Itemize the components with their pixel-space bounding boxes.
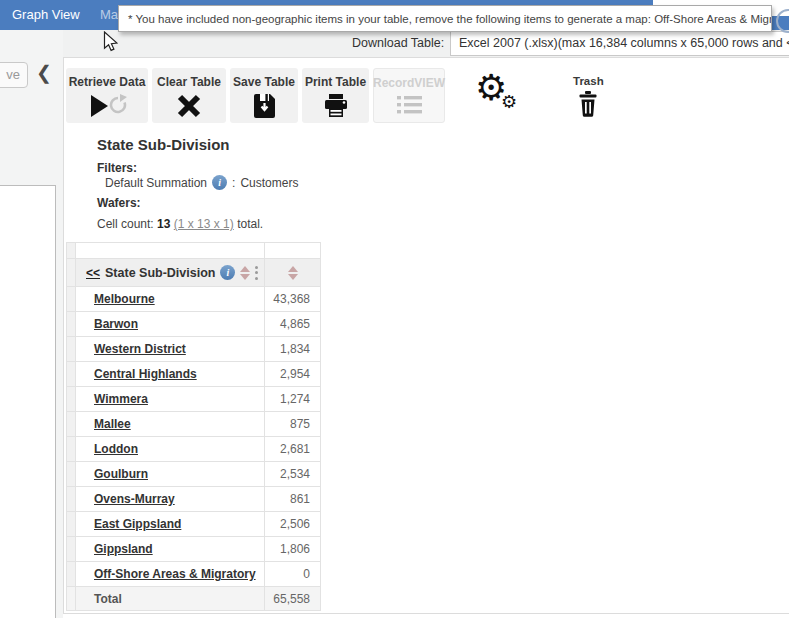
trash-label: Trash [573, 75, 604, 87]
cell-count-value: 13 [157, 217, 170, 231]
table-row: Mallee 875 [67, 412, 321, 437]
row-label-link[interactable]: Barwon [94, 317, 138, 331]
trash-icon [577, 91, 599, 117]
filters-heading: Filters: [97, 161, 137, 175]
row-label-link[interactable]: Off-Shore Areas & Migratory [94, 567, 256, 581]
drag-handle-icon[interactable] [255, 266, 258, 280]
tab-graph-view[interactable]: Graph View [12, 0, 80, 30]
table-row: Goulburn 2,534 [67, 462, 321, 487]
download-table-label: Download Table: [352, 36, 444, 50]
info-icon[interactable]: i [212, 175, 227, 190]
table-spacer-row [67, 243, 321, 259]
cell-count-line: Cell count: 13 (1 x 13 x 1) total. [97, 217, 263, 231]
table-row: Gippsland 1,806 [67, 537, 321, 562]
row-value: 4,865 [265, 312, 321, 337]
print-table-button[interactable]: Print Table [302, 68, 369, 123]
row-value: 875 [265, 412, 321, 437]
clear-table-label: Clear Table [147, 75, 231, 89]
save-table-label: Save Table [223, 75, 305, 89]
row-label-link[interactable]: Mallee [94, 417, 131, 431]
clear-x-icon [176, 93, 202, 119]
table-row: Wimmera 1,274 [67, 387, 321, 412]
row-label-link[interactable]: Melbourne [94, 292, 155, 306]
row-gutter [67, 259, 76, 287]
row-label-link[interactable]: Goulburn [94, 467, 148, 481]
row-label-link[interactable]: East Gippsland [94, 517, 181, 531]
table-row: East Gippsland 2,506 [67, 512, 321, 537]
cell-count-label: Cell count: [97, 217, 154, 231]
sidebar-list-panel [0, 185, 56, 618]
filter-row: Default Summation i : Customers [105, 175, 298, 190]
collapse-hierarchy-link[interactable]: << [86, 266, 100, 280]
sidebar-partial-tab[interactable]: ve [0, 62, 28, 88]
table-row: Western District 1,834 [67, 337, 321, 362]
table-row: Central Highlands 2,954 [67, 362, 321, 387]
sort-icon[interactable] [240, 266, 250, 280]
download-format-select[interactable]: Excel 2007 (.xlsx)(max 16,384 columns x … [450, 31, 789, 56]
retrieve-data-label: Retrieve Data [59, 75, 156, 89]
row-label-link[interactable]: Western District [94, 342, 186, 356]
printer-icon [323, 93, 349, 119]
retrieve-data-button[interactable]: Retrieve Data [66, 68, 148, 123]
gear-small-icon: ⚙ [501, 91, 517, 112]
map-warning-tooltip: * You have included non-geographic items… [118, 5, 772, 32]
table-row: Ovens-Murray 861 [67, 487, 321, 512]
save-table-button[interactable]: Save Table [230, 68, 298, 123]
cell-count-link[interactable]: (1 x 13 x 1) [174, 217, 234, 231]
table-row: Off-Shore Areas & Migratory 0 [67, 562, 321, 587]
row-value: 1,806 [265, 537, 321, 562]
cell-count-suffix: total. [237, 217, 263, 231]
row-value: 2,506 [265, 512, 321, 537]
row-value: 2,954 [265, 362, 321, 387]
play-refresh-icon [87, 93, 127, 119]
save-floppy-icon [252, 93, 277, 119]
row-label-link[interactable]: Gippsland [94, 542, 153, 556]
column-header-title: State Sub-Division [105, 266, 215, 280]
sort-icon[interactable] [288, 266, 298, 280]
table-total-row: Total 65,558 [67, 587, 321, 611]
row-value: 1,274 [265, 387, 321, 412]
sidebar-collapse-icon[interactable]: ❮ [36, 61, 52, 83]
table-row: Melbourne 43,368 [67, 287, 321, 312]
column-header: << State Sub-Division i [76, 259, 265, 287]
table-row: Barwon 4,865 [67, 312, 321, 337]
toolbar: Retrieve Data Clear Table Save Table [66, 68, 604, 123]
row-label-link[interactable]: Central Highlands [94, 367, 197, 381]
info-icon[interactable]: i [220, 265, 235, 280]
table-header-row: << State Sub-Division i [67, 259, 321, 287]
row-value: 2,681 [265, 437, 321, 462]
recordview-button[interactable]: RecordVIEW [373, 68, 445, 123]
filter-colon: : [232, 176, 235, 190]
table-row: Loddon 2,681 [67, 437, 321, 462]
clear-table-button[interactable]: Clear Table [152, 68, 226, 123]
data-table: << State Sub-Division i Melbourne 43,368… [66, 242, 321, 611]
trash-button[interactable]: Trash [573, 68, 604, 123]
filter-value: Customers [240, 176, 298, 190]
row-value: 861 [265, 487, 321, 512]
row-value: 0 [265, 562, 321, 587]
total-value: 65,558 [265, 587, 321, 611]
settings-gears-icon[interactable]: ⚙ ⚙ [475, 73, 519, 119]
row-value: 43,368 [265, 287, 321, 312]
app-window: Graph View Map View Download Table: Exce… [0, 0, 789, 618]
row-value: 2,534 [265, 462, 321, 487]
filter-name: Default Summation [105, 176, 207, 190]
wafers-heading: Wafers: [97, 196, 141, 210]
row-value: 1,834 [265, 337, 321, 362]
row-label-link[interactable]: Loddon [94, 442, 138, 456]
value-column-header [265, 259, 321, 287]
row-label-link[interactable]: Wimmera [94, 392, 148, 406]
recordview-label: RecordVIEW [363, 76, 455, 90]
total-label: Total [94, 592, 122, 606]
record-list-icon [397, 94, 422, 116]
page-title: State Sub-Division [97, 136, 230, 153]
row-label-link[interactable]: Ovens-Murray [94, 492, 175, 506]
